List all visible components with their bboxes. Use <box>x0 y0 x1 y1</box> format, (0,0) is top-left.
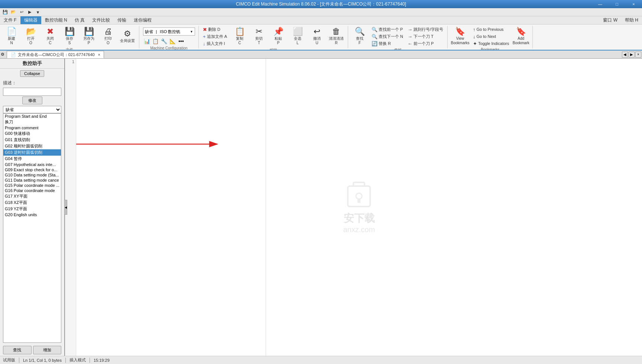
next-tool-button[interactable]: → 下一个刀 T <box>406 33 445 40</box>
machine-btn-3[interactable]: 🔧 <box>160 37 168 45</box>
list-item-2[interactable]: Program comment <box>3 125 61 130</box>
close-file-button[interactable]: ✖ 关闭C <box>41 26 59 46</box>
list-item-6[interactable]: G03 逆时针圆弧切削 <box>3 149 61 156</box>
list-item-7[interactable]: G04 暂停 <box>3 156 61 162</box>
list-item-12[interactable]: G15 Polar coordinate mode ... <box>3 183 61 188</box>
view-bookmarks-icon: 🔖 <box>455 27 465 36</box>
panel-title: 数控助手 <box>0 59 64 69</box>
insert-file-button[interactable]: ↓ 插入文件 I <box>201 40 229 47</box>
menu-compare[interactable]: 文件比较 <box>88 16 114 24</box>
minimize-button[interactable]: — <box>592 0 609 8</box>
paste-button[interactable]: 📌 粘贴P <box>269 26 288 46</box>
open-button[interactable]: 📂 打开O <box>22 26 40 46</box>
menu-simulation[interactable]: 仿 真 <box>71 16 88 24</box>
panel-collapse-handle[interactable]: ◀ <box>64 200 67 215</box>
tab-icon: 📄 <box>11 52 16 57</box>
menu-editor[interactable]: 编辑器 <box>20 16 41 24</box>
list-item-15[interactable]: G18 XZ平面 <box>3 199 61 206</box>
svg-rect-2 <box>358 198 361 203</box>
menu-window[interactable]: 窗口 W <box>599 16 621 24</box>
global-settings-button[interactable]: ⚙ 全局设置 <box>118 26 137 46</box>
find-next-icon: 🔍 <box>372 34 377 39</box>
quick-save-button[interactable]: 💾 <box>1 9 9 16</box>
copy-button[interactable]: 📋 复制C <box>230 26 249 46</box>
list-item-17[interactable]: G20 English units <box>3 212 61 217</box>
modify-button[interactable]: 修改 <box>22 97 42 104</box>
machine-btn-5[interactable]: ••• <box>177 37 185 45</box>
watermark: 安下载 anxz.com <box>343 181 375 234</box>
clear-button[interactable]: 🗑 清清清清R <box>327 26 346 46</box>
saveas-button[interactable]: 💾 另存为P <box>80 26 98 46</box>
undo-button[interactable]: ↩ 撤消U <box>308 26 326 46</box>
view-bookmarks-button[interactable]: 🔖 ViewBookmarks <box>450 26 470 46</box>
main-tab[interactable]: 📄 文件未命名—CIMCO公司：021-67747640 × <box>7 51 104 58</box>
toggle-indicators-button[interactable]: ✦ Toggle Indicators <box>471 40 511 47</box>
search-btn[interactable]: 查找 <box>3 346 32 354</box>
find-next-button[interactable]: 🔍 查找下一个 N <box>370 33 405 40</box>
selectall-button[interactable]: ⬜ 全选L <box>288 26 307 46</box>
find-prev-button[interactable]: 🔍 查找前一个 P <box>370 26 405 33</box>
time-display: 15:19:29 <box>94 358 110 363</box>
quick-dropdown-button[interactable]: ▼ <box>34 9 42 16</box>
machine-btn-2[interactable]: 📋 <box>152 37 160 45</box>
machine-btn-1[interactable]: 📊 <box>143 37 151 45</box>
append-file-button[interactable]: + 追加文件 A <box>201 33 229 40</box>
list-item-11[interactable]: G11 Data setting mode cance <box>3 178 61 183</box>
add-bookmark-button[interactable]: 🔖 AddBookmark <box>512 26 530 46</box>
bookmarks-content: 🔖 ViewBookmarks ↑ Go to Previous ↓ Go to… <box>450 26 530 47</box>
replace-button[interactable]: 🔄 替换 R <box>370 40 405 47</box>
menu-cnc[interactable]: 数控功能 N <box>41 16 71 24</box>
find-icon: 🔍 <box>355 27 365 36</box>
goto-previous-button[interactable]: ↑ Go to Previous <box>471 26 511 33</box>
file-buttons: 📄 新建N 📂 打开O ✖ 关闭C 💾 保存S 💾 另存为P 🖨 打印O <box>2 26 137 46</box>
machine-config-dropdown[interactable]: 缺省 | ISO 数控铣 <box>143 27 195 36</box>
open-icon: 📂 <box>26 27 36 36</box>
menu-mini-program[interactable]: 迷你编程 <box>130 16 155 24</box>
close-button[interactable]: × <box>625 0 642 8</box>
machine-btn-4[interactable]: 📐 <box>169 37 177 45</box>
new-button[interactable]: 📄 新建N <box>2 26 21 46</box>
delete-button[interactable]: ✖ 删除 D <box>201 26 229 33</box>
status-bar: 试用版 Ln 1/1, Col 1, 0 bytes 插入模式 15:19:29 <box>0 356 642 364</box>
tab-close-icon[interactable]: × <box>98 53 100 57</box>
tab-nav-close[interactable]: × <box>635 52 641 58</box>
cut-button[interactable]: ✂ 剪切T <box>250 26 268 46</box>
tab-nav-right[interactable]: ▶ <box>629 52 635 58</box>
goto-next-button[interactable]: ↓ Go to Next <box>471 33 511 40</box>
status-sep-1 <box>19 358 19 363</box>
quick-redo-button[interactable]: ▶ <box>26 9 33 16</box>
section-select[interactable]: 缺省 <box>3 106 61 113</box>
tab-nav-left[interactable]: ◀ <box>622 52 628 58</box>
list-item-8[interactable]: G07 Hypothetical axis inte... <box>3 162 61 167</box>
add-btn[interactable]: 增加 <box>33 346 62 354</box>
editor-content[interactable]: 安下载 anxz.com <box>76 59 642 356</box>
maximize-button[interactable]: □ <box>609 0 625 8</box>
list-item-4[interactable]: G01 直线切削 <box>3 137 61 143</box>
list-item-3[interactable]: G00 快速移动 <box>3 130 61 137</box>
list-item-16[interactable]: G19 YZ平面 <box>3 206 61 212</box>
svg-rect-0 <box>348 186 370 207</box>
clear-icon: 🗑 <box>332 27 340 36</box>
list-item-1[interactable]: 换刀 <box>3 119 61 125</box>
title-bar: CIMCO Edit Machine Simulation 8.06.02 - … <box>0 0 642 8</box>
menu-transfer[interactable]: 传输 <box>114 16 130 24</box>
tool-nav-col: → 跳到行号/字段号 → 下一个刀 T ← 前一个刀 P <box>406 26 445 47</box>
menu-file[interactable]: 文件 F <box>0 16 20 24</box>
find-button[interactable]: 🔍 查找F <box>350 26 369 46</box>
list-item-0[interactable]: Program Start and End <box>3 114 61 119</box>
list-item-10[interactable]: G10 Data setting mode (Sta... <box>3 172 61 178</box>
description-input[interactable] <box>3 88 61 96</box>
list-item-14[interactable]: G17 XY平面 <box>3 193 61 199</box>
list-item-5[interactable]: G02 顺时针圆弧切削 <box>3 143 61 149</box>
list-item-13[interactable]: G16 Polar coordinate mode <box>3 188 61 193</box>
save-button[interactable]: 💾 保存S <box>60 26 79 46</box>
collapse-button[interactable]: Collapse <box>20 70 44 77</box>
list-item-9[interactable]: G09 Exact stop check for o... <box>3 167 61 172</box>
quick-open-button[interactable]: 📂 <box>10 9 17 16</box>
editor-area[interactable]: 1 安下载 anxz.com <box>65 59 642 356</box>
quick-undo-button[interactable]: ↩ <box>18 9 25 16</box>
menu-help[interactable]: 帮助 H <box>621 16 642 24</box>
prev-tool-button[interactable]: ← 前一个刀 P <box>406 40 445 47</box>
goto-line-button[interactable]: → 跳到行号/字段号 <box>406 26 445 33</box>
print-button[interactable]: 🖨 打印O <box>99 26 117 46</box>
